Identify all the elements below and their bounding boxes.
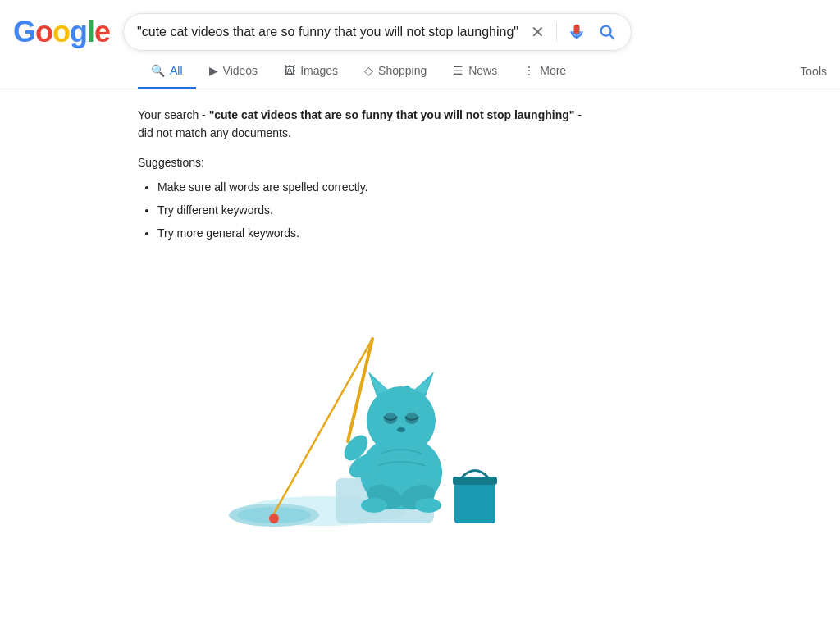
videos-icon: ▶	[209, 64, 218, 77]
tools-button[interactable]: Tools	[787, 55, 840, 88]
search-input[interactable]	[137, 25, 523, 39]
svg-rect-14	[453, 477, 497, 485]
svg-point-8	[269, 514, 279, 523]
news-icon: ☰	[453, 64, 463, 77]
all-icon: 🔍	[151, 64, 165, 77]
svg-line-4	[609, 34, 614, 39]
nav-tabs: 🔍 All ▶ Videos 🖼 Images ◇ Shopping ☰ New…	[0, 54, 840, 89]
tab-more[interactable]: ⋮ More	[510, 54, 579, 89]
suggestions-title: Suggestions:	[138, 156, 591, 169]
svg-point-24	[390, 387, 400, 397]
suggestion-item: Make sure all words are spelled correctl…	[158, 176, 591, 199]
search-button[interactable]	[596, 21, 618, 43]
suggestion-item: Try different keywords.	[158, 199, 591, 221]
svg-point-31	[415, 498, 441, 513]
more-icon: ⋮	[523, 64, 535, 77]
search-bar-icons: ✕	[529, 21, 618, 43]
clear-button[interactable]: ✕	[529, 21, 546, 43]
main-content: Your search - "cute cat videos that are …	[0, 89, 591, 548]
suggestion-item: Try more general keywords.	[158, 221, 591, 244]
images-icon: 🖼	[284, 64, 295, 77]
voice-search-button[interactable]	[567, 22, 587, 42]
tab-images[interactable]: 🖼 Images	[271, 54, 351, 89]
svg-point-23	[397, 427, 405, 432]
illustration	[138, 269, 591, 532]
header: Google ✕	[0, 0, 840, 51]
tab-videos[interactable]: ▶ Videos	[196, 54, 272, 89]
search-bar: ✕	[123, 13, 632, 51]
svg-rect-13	[454, 478, 495, 523]
tab-all[interactable]: 🔍 All	[138, 54, 196, 89]
divider	[556, 22, 557, 42]
google-logo[interactable]: Google	[13, 15, 110, 49]
svg-point-16	[367, 386, 436, 455]
no-results-message: Your search - "cute cat videos that are …	[138, 106, 591, 143]
shopping-icon: ◇	[364, 64, 373, 77]
suggestions-list: Make sure all words are spelled correctl…	[138, 176, 591, 244]
svg-point-25	[403, 386, 411, 394]
tab-news[interactable]: ☰ News	[440, 54, 510, 89]
svg-rect-0	[575, 26, 578, 33]
svg-point-30	[361, 498, 387, 513]
tab-shopping[interactable]: ◇ Shopping	[351, 54, 440, 89]
